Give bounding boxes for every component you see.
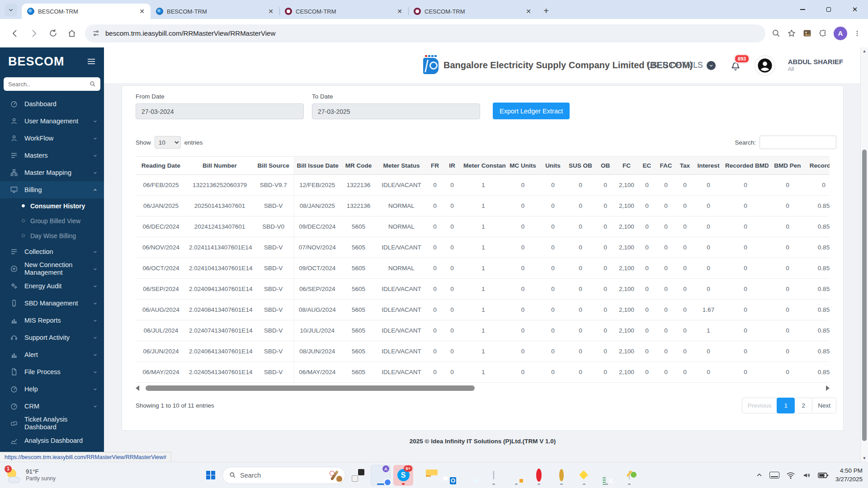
taskbar-icon-chrome[interactable]: A [371,465,391,486]
back-button[interactable] [5,24,24,43]
vertical-scroll-thumb[interactable] [862,150,867,441]
page-vertical-scrollbar[interactable]: ▲ ▼ [860,47,868,462]
scroll-up-arrow-icon[interactable]: ▲ [863,47,867,55]
sidebar-item-alert[interactable]: Alert [0,346,104,363]
extensions-puzzle-icon[interactable] [818,29,827,38]
tab-close-icon[interactable]: ✕ [138,7,146,15]
sidebar-item-new-connection-management[interactable]: New Connection Management [0,260,104,277]
column-header-interest[interactable]: Interest [694,157,722,175]
to-date-input[interactable] [312,103,480,119]
taskbar-icon-notes-app[interactable] [574,465,594,486]
sidebar-item-user-management[interactable]: User Management [0,113,104,130]
taskbar-clock[interactable]: 4:50 PM 3/27/2025 [835,467,863,483]
scroll-left-arrow-icon[interactable] [136,385,139,391]
page-1-button[interactable]: 1 [777,398,795,413]
site-settings-icon[interactable] [92,29,100,37]
table-row[interactable]: 06/AUG/20242.02408413407601E14SBD-V08/AU… [136,300,830,320]
table-row[interactable]: 06/MAY/20242.02405413407601E14SBD-V06/MA… [136,362,830,383]
zoom-search-icon[interactable] [772,29,781,38]
taskbar-icon-security-tool[interactable] [506,465,526,486]
table-search-input[interactable] [760,136,836,149]
menu-kebab-icon[interactable] [854,30,861,37]
table-row[interactable]: 06/OCT/20242.02410413407601E14SBD-V09/OC… [136,258,830,279]
column-header-ec[interactable]: EC [637,157,656,175]
tab-close-icon[interactable]: ✕ [396,7,404,15]
table-horizontal-scrollbar[interactable] [136,385,830,391]
column-header-bill-source[interactable]: Bill Source [253,157,294,175]
sidebar-item-crm[interactable]: CRM [0,398,104,415]
sidebar-item-ticket-analysis-dashboard[interactable]: Ticket Analysis Dashboard [0,415,104,432]
table-row[interactable]: 06/DEC/2024202412413407601SBD-V009/DEC/2… [136,216,830,237]
column-header-fr[interactable]: FR [426,157,443,175]
table-row[interactable]: 06/FEB/20251322136252060379SBD-V9.712/FE… [136,175,830,196]
column-header-recorded[interactable]: Recorded [807,157,830,175]
sidebar-item-file-process[interactable]: File Process [0,363,104,380]
browser-tab-2[interactable]: BESCOM-TRM ✕ [151,4,279,19]
battery-charging-icon[interactable] [818,472,829,479]
column-header-ob[interactable]: OB [595,157,616,175]
sidebar-item-help[interactable]: Help [0,380,104,398]
table-row[interactable]: 06/JUN/20242.02406413407601E14SBD-V08/JU… [136,341,830,362]
scroll-down-arrow-icon[interactable]: ▼ [863,455,867,462]
bookmark-star-icon[interactable] [787,29,796,38]
taskbar-search[interactable]: Search [222,467,345,484]
sidebar-item-billing[interactable]: Billing [0,181,104,198]
window-maximize-button[interactable] [816,0,842,19]
weather-widget[interactable]: 1 91°F Partly sunny [6,462,56,488]
sidebar-subitem-consumer-history[interactable]: Consumer History [0,198,104,213]
browser-tab-4[interactable]: CESCOM-TRM ✕ [408,4,537,19]
table-row[interactable]: 06/SEP/20242.02409413407601E14SBD-V06/SE… [136,279,830,300]
taskbar-icon-skype[interactable]: S9+ [393,465,413,486]
column-header-meter-constant[interactable]: Meter Constant [461,157,506,175]
column-header-units[interactable]: Units [540,157,566,175]
user-avatar[interactable] [755,56,774,75]
page-size-select[interactable]: 10 [155,136,181,149]
sidebar-item-support-activity[interactable]: Support Activity [0,329,104,346]
sidebar-subitem-group-billed-view[interactable]: Group Billed View [0,213,104,228]
sidebar-item-analysis-dashboard[interactable]: Analysis Dashboard [0,432,104,449]
next-page-button[interactable]: Next [812,398,836,413]
column-header-fac[interactable]: FAC [656,157,675,175]
export-ledger-button[interactable]: Export Ledger Extract [493,103,570,119]
taskbar-icon-file-explorer[interactable] [416,465,436,486]
start-button[interactable] [202,465,220,485]
sidebar-subitem-day-wise-billing[interactable]: Day Wise Billing [0,228,104,243]
browser-profile-avatar[interactable]: A [834,27,847,40]
hidden-icons-chevron-icon[interactable] [756,472,763,479]
url-bar[interactable]: bescom.trm.ieasybill.com/RRMasterView/RR… [85,24,765,42]
sidebar-search-input[interactable] [8,81,90,88]
page-2-button[interactable]: 2 [794,398,812,413]
scroll-right-arrow-icon[interactable] [826,385,830,391]
column-header-bmd-pen[interactable]: BMD Pen [769,157,807,175]
touchpad-icon[interactable] [769,472,779,479]
window-minimize-button[interactable] [789,0,816,19]
tab-close-icon[interactable]: ✕ [524,7,533,15]
taskbar-icon-edge[interactable] [461,465,481,486]
column-header-ir[interactable]: IR [443,157,461,175]
horizontal-scroll-thumb[interactable] [146,385,475,391]
taskbar-icon-outlook[interactable]: O [439,465,458,486]
new-tab-button[interactable]: + [540,5,552,17]
tab-close-icon[interactable]: ✕ [267,7,275,15]
column-header-tax[interactable]: Tax [675,157,694,175]
table-row[interactable]: 06/JUL/20242.02407413407601E14SBD-V10/JU… [136,320,830,341]
from-date-input[interactable] [136,103,304,119]
sidebar-toggle-icon[interactable] [88,59,95,64]
taskbar-icon-notepad-plus[interactable] [619,465,639,486]
media-gallery-icon[interactable] [802,28,812,38]
taskbar-icon-opera[interactable] [529,465,549,486]
window-close-button[interactable]: ✕ [842,0,868,19]
sidebar-item-sbd-management[interactable]: SBD Management [0,295,104,312]
notifications-bell[interactable]: 893 [729,59,742,72]
column-header-mc-units[interactable]: MC Units [506,157,540,175]
column-header-recorded-bmd[interactable]: Recorded BMD [722,157,769,175]
column-header-bill-issue-date[interactable]: Bill Issue Date [294,157,340,175]
table-row[interactable]: 06/JAN/2025202501413407601SBD-V08/JAN/20… [136,196,830,216]
column-header-mr-code[interactable]: MR Code [340,157,377,175]
browser-tab-3[interactable]: CESCOM-TRM ✕ [279,4,408,19]
sidebar-item-dashboard[interactable]: Dashboard [0,95,104,113]
sidebar-search[interactable] [4,77,100,91]
taskbar-icon-mascot-app[interactable] [552,465,571,486]
browser-tab-1[interactable]: BESCOM-TRM ✕ [22,4,151,19]
reload-button[interactable] [43,24,62,43]
